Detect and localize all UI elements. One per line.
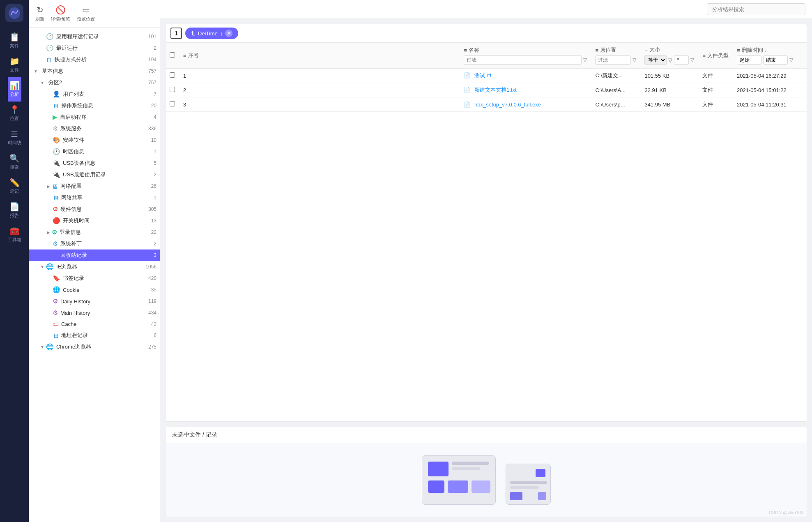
row-checkbox[interactable] (170, 101, 175, 106)
path-filter-icon[interactable]: ▽ (633, 57, 636, 63)
refresh-button[interactable]: ↻ 刷新 (35, 5, 44, 22)
detail-preview-button[interactable]: 🚫 详情/预览 (51, 5, 70, 22)
sidebar-item-ie-cookie[interactable]: 🌐 Cookie 35 (29, 284, 160, 296)
nav-item-notes[interactable]: ✏️ 笔记 (8, 174, 21, 199)
size-filter-input[interactable] (674, 55, 689, 65)
time-end-input[interactable] (763, 55, 788, 65)
tree-item-label: 系统服务 (60, 125, 147, 132)
tree-item-label: 时区信息 (63, 148, 152, 155)
tree-arrow: ▶ (47, 184, 50, 189)
sort-close-icon[interactable]: ✕ (225, 30, 232, 37)
sidebar-item-usb-recent[interactable]: 🔌 USB最近使用记录 2 (29, 169, 160, 180)
row-checkbox[interactable] (170, 87, 175, 92)
tree-item-icon: 🏷 (53, 321, 59, 328)
size-operator-select[interactable]: 等于大于小于 (644, 55, 667, 65)
nav-item-search[interactable]: 🔍 搜索 (8, 150, 21, 174)
row-path: C:\Users\A... (591, 83, 640, 97)
row-name[interactable]: 📄 新建文本文档1.txt (460, 83, 591, 97)
sidebar-item-sys-service[interactable]: ⚙ 系统服务 336 (29, 123, 160, 134)
tree-item-count: 5 (154, 160, 156, 166)
sidebar-item-ie-cache[interactable]: 🏷 Cache 42 (29, 319, 160, 330)
row-checkbox[interactable] (170, 72, 175, 78)
sidebar-item-chrome[interactable]: ▼ 🌐 Chrome浏览器 275 (29, 341, 160, 353)
sidebar-item-login-info[interactable]: ▶ ⚙ 登录信息 22 (29, 226, 160, 238)
nav-item-timeline[interactable]: ☰ 时间线 (8, 126, 21, 150)
col-index: ≡ 序号 (179, 43, 460, 69)
sidebar-item-recent-run[interactable]: 🕐 最近运行 2 (29, 42, 160, 54)
main-body: 1 ⇅ DelTime ↓ ✕ (160, 19, 812, 522)
sidebar-item-timezone[interactable]: 🕐 时区信息 1 (29, 146, 160, 157)
sidebar-item-shortcut[interactable]: 🗒 快捷方式分析 194 (29, 54, 160, 65)
sidebar-item-net-share[interactable]: 🖥 网络共享 1 (29, 192, 160, 203)
nav-item-cases[interactable]: 📋 案件 (8, 29, 21, 53)
nav-bar: 📋 案件📁 文件📊 分析📍 位置☰ 时间线🔍 搜索✏️ 笔记📄 报告🧰 (0, 0, 29, 522)
sidebar-item-user-list[interactable]: 👤 用户列表 7 (29, 88, 160, 100)
table-row[interactable]: 3 📄 nox_setup_v7.0.0.6_full.exe C:\Users… (166, 97, 807, 112)
report-icon: 📄 (9, 203, 20, 211)
time-start-input[interactable] (737, 55, 761, 65)
name-filter-icon[interactable]: ▽ (583, 57, 587, 63)
sidebar-item-net-config[interactable]: ▶ 🖥 网络配置 26 (29, 180, 160, 192)
type-sort-icon: ≡ (702, 53, 706, 59)
sidebar-item-ie-addr[interactable]: 🖥 地址栏记录 6 (29, 330, 160, 341)
sidebar-item-recycle-bin[interactable]: ⚙ 回收站记录 3 (29, 249, 160, 261)
search-input[interactable] (707, 3, 805, 15)
sidebar-item-os-info[interactable]: 🖥 操作系统信息 20 (29, 100, 160, 111)
nav-item-tools[interactable]: 🧰 工具箱 (8, 223, 21, 247)
tree-item-icon: ⚙ (53, 125, 58, 132)
nav-item-location[interactable]: 📍 位置 (8, 102, 21, 126)
table-row[interactable]: 1 📄 测试.rtf C:\新建文... 101.55 KB 文件 2021-0… (166, 69, 807, 83)
file-link[interactable]: nox_setup_v7.0.0.6_full.exe (474, 102, 541, 108)
sidebar-item-sys-patch[interactable]: ⚙ 系统补丁 2 (29, 238, 160, 249)
nav-item-files[interactable]: 📁 文件 (8, 53, 21, 77)
sidebar-item-ie-daily[interactable]: ⚙ Daily History 119 (29, 296, 160, 307)
sidebar-item-autostart[interactable]: ▶ 自启动程序 4 (29, 111, 160, 123)
col-checkbox (166, 43, 179, 69)
tools-icon: 🧰 (9, 227, 20, 235)
preview-position-button[interactable]: ▭ 预览位置 (77, 5, 95, 22)
row-checkbox-cell[interactable] (166, 97, 179, 112)
tree-item-count: 757 (148, 68, 156, 74)
row-name[interactable]: 📄 测试.rtf (460, 69, 591, 83)
tree-item-count: 35 (151, 287, 156, 293)
sidebar-item-ie-browser[interactable]: ▼ 🌐 IE浏览器 1056 (29, 261, 160, 273)
tree-item-label: 地址栏记录 (61, 332, 152, 339)
tree-item-count: 757 (148, 80, 156, 85)
sidebar-item-hw-info[interactable]: ⚙ 硬件信息 305 (29, 203, 160, 215)
tree-item-label: Cookie (63, 287, 150, 293)
col-size: ≡ 大小 等于大于小于 ▽ ▽ (640, 43, 698, 69)
sidebar-item-ie-main[interactable]: ⚙ Main History 434 (29, 307, 160, 319)
time-filter-icon[interactable]: ▽ (789, 57, 793, 63)
nav-label-location: 位置 (10, 115, 19, 122)
file-icon: 📄 (464, 102, 470, 108)
tree-item-icon: ⚙ (53, 309, 58, 316)
sidebar-item-basic-info[interactable]: ▼ 基本信息 757 (29, 65, 160, 77)
sidebar-item-installed-sw[interactable]: 🎨 安装软件 10 (29, 134, 160, 146)
nav-item-report[interactable]: 📄 报告 (8, 199, 21, 223)
tree-item-icon: 🎨 (53, 136, 60, 144)
row-checkbox-cell[interactable] (166, 83, 179, 97)
main-header (160, 0, 812, 19)
name-filter-input[interactable] (464, 55, 582, 65)
file-link[interactable]: 新建文本文档1.txt (474, 87, 517, 93)
tree-item-label: 应用程序运行记录 (56, 33, 147, 40)
tree-item-count: 3 (154, 252, 156, 258)
sort-deltime-button[interactable]: ⇅ DelTime ↓ ✕ (185, 28, 238, 39)
tree-item-count: 2 (154, 172, 156, 178)
nav-item-analyze[interactable]: 📊 分析 (8, 77, 21, 102)
tree-item-icon: 🕐 (53, 148, 60, 155)
table-row[interactable]: 2 📄 新建文本文档1.txt C:\Users\A... 32.91 KB 文… (166, 83, 807, 97)
row-name[interactable]: 📄 nox_setup_v7.0.0.6_full.exe (460, 97, 591, 112)
tree-item-count: 2 (154, 241, 156, 247)
size-filter-icon[interactable]: ▽ (690, 57, 694, 63)
row-checkbox-cell[interactable] (166, 69, 179, 83)
sidebar-item-ie-bookmark[interactable]: 🔖 书签记录 420 (29, 273, 160, 284)
sidebar-item-app-run[interactable]: 🕐 应用程序运行记录 101 (29, 31, 160, 42)
file-link[interactable]: 测试.rtf (474, 72, 491, 79)
sidebar-item-partition2[interactable]: ▼ 分区2 757 (29, 77, 160, 88)
sidebar-item-usb-device[interactable]: 🔌 USB设备信息 5 (29, 157, 160, 169)
path-filter-input[interactable] (595, 55, 631, 65)
sidebar-item-shutdown-time[interactable]: 🔴 开关机时间 13 (29, 215, 160, 226)
select-all-checkbox[interactable] (170, 52, 175, 58)
refresh-icon: ↻ (37, 5, 44, 15)
